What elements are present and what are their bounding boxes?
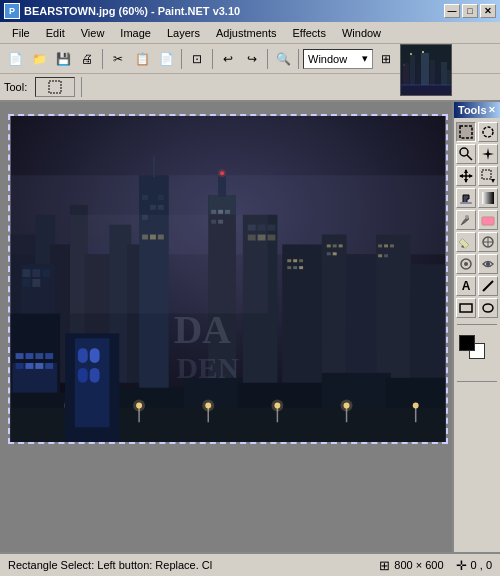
foreground-color-swatch[interactable] xyxy=(459,335,475,351)
tool-color-picker[interactable] xyxy=(478,232,498,252)
image-thumbnail xyxy=(400,44,452,96)
zoom-out-button[interactable]: 🔍 xyxy=(272,48,294,70)
svg-rect-46 xyxy=(142,205,148,210)
canvas-area[interactable]: DA DEN xyxy=(0,102,452,552)
menu-file[interactable]: File xyxy=(4,25,38,41)
svg-rect-9 xyxy=(447,70,452,85)
svg-rect-38 xyxy=(25,363,33,369)
toolbar-sep-3 xyxy=(212,49,213,69)
svg-rect-126 xyxy=(460,126,472,138)
svg-rect-104 xyxy=(287,266,291,269)
menu-window[interactable]: Window xyxy=(334,25,389,41)
svg-line-151 xyxy=(483,281,493,291)
svg-rect-33 xyxy=(16,353,24,359)
tool-paint-bucket[interactable] xyxy=(456,188,476,208)
svg-point-12 xyxy=(404,65,405,66)
svg-rect-120 xyxy=(90,348,100,363)
tool-pencil[interactable] xyxy=(456,232,476,252)
svg-rect-67 xyxy=(268,225,276,231)
status-text: Rectangle Select: Left button: Replace. … xyxy=(8,559,212,571)
tool-zoom[interactable] xyxy=(456,144,476,164)
close-button[interactable]: ✕ xyxy=(480,4,496,18)
svg-rect-7 xyxy=(436,67,440,85)
open-button[interactable]: 📁 xyxy=(28,48,50,70)
tool-move-selection[interactable] xyxy=(478,166,498,186)
paste-button[interactable]: 📄 xyxy=(155,48,177,70)
tool-rectangle-select[interactable] xyxy=(456,122,476,142)
image-dimensions: 800 × 600 xyxy=(394,559,443,571)
svg-point-95 xyxy=(271,400,283,412)
tool-eraser[interactable] xyxy=(478,210,498,230)
svg-rect-3 xyxy=(410,55,415,85)
menu-bar: File Edit View Image Layers Adjustments … xyxy=(0,22,500,44)
svg-rect-152 xyxy=(460,304,472,312)
tools-separator-2 xyxy=(457,381,497,382)
svg-rect-109 xyxy=(339,244,343,247)
cut-button[interactable]: ✂ xyxy=(107,48,129,70)
svg-rect-142 xyxy=(482,217,494,225)
tool-selection-shapes[interactable] xyxy=(478,298,498,318)
canvas-container: DA DEN xyxy=(8,114,448,444)
svg-point-58 xyxy=(218,169,226,177)
tool-mode-selector[interactable] xyxy=(35,77,75,97)
tool-recolor[interactable] xyxy=(478,254,498,274)
svg-marker-138 xyxy=(491,179,495,183)
new-button[interactable]: 📄 xyxy=(4,48,26,70)
tool-magic-wand[interactable] xyxy=(478,144,498,164)
minimize-button[interactable]: — xyxy=(444,4,460,18)
tool-lasso-select[interactable] xyxy=(478,122,498,142)
tool-text[interactable]: A xyxy=(456,276,476,296)
svg-point-149 xyxy=(464,262,468,266)
svg-rect-39 xyxy=(35,363,43,369)
menu-effects[interactable]: Effects xyxy=(285,25,334,41)
tool-shapes[interactable] xyxy=(456,298,476,318)
tool-bar-sep xyxy=(81,77,82,97)
svg-marker-133 xyxy=(464,169,468,173)
svg-rect-114 xyxy=(390,244,394,247)
tool-line[interactable] xyxy=(478,276,498,296)
save-button[interactable]: 💾 xyxy=(52,48,74,70)
svg-point-98 xyxy=(341,400,353,412)
tool-clone-stamp[interactable] xyxy=(456,254,476,274)
maximize-button[interactable]: □ xyxy=(462,4,478,18)
undo-button[interactable]: ↩ xyxy=(217,48,239,70)
svg-rect-2 xyxy=(403,63,409,85)
svg-rect-105 xyxy=(293,266,297,269)
colors-area xyxy=(455,331,499,375)
svg-rect-14 xyxy=(49,81,61,93)
window-dropdown[interactable]: Window ▾ xyxy=(303,49,373,69)
menu-image[interactable]: Image xyxy=(112,25,159,41)
toolbar-sep-4 xyxy=(267,49,268,69)
status-right: ⊞ 800 × 600 ✛ 0 , 0 xyxy=(379,558,492,573)
rectangle-select-icon xyxy=(48,80,62,94)
svg-rect-44 xyxy=(150,195,156,200)
tool-move[interactable] xyxy=(456,166,476,186)
svg-marker-134 xyxy=(464,179,468,183)
tool-gradient[interactable] xyxy=(478,188,498,208)
tools-close-icon[interactable]: ✕ xyxy=(488,105,496,115)
svg-rect-4 xyxy=(416,65,420,85)
menu-edit[interactable]: Edit xyxy=(38,25,73,41)
svg-rect-111 xyxy=(333,252,337,255)
deselect-button[interactable]: ⊡ xyxy=(186,48,208,70)
svg-point-128 xyxy=(460,148,468,156)
menu-adjustments[interactable]: Adjustments xyxy=(208,25,285,41)
title-bar: P BEARSTOWN.jpg (60%) - Paint.NET v3.10 … xyxy=(0,0,500,22)
svg-rect-36 xyxy=(45,353,53,359)
menu-view[interactable]: View xyxy=(73,25,113,41)
svg-rect-61 xyxy=(225,210,230,214)
copy-button[interactable]: 📋 xyxy=(131,48,153,70)
redo-button[interactable]: ↪ xyxy=(241,48,263,70)
size-icon: ⊞ xyxy=(379,558,390,573)
canvas-image: DA DEN xyxy=(10,116,446,442)
svg-rect-143 xyxy=(459,238,469,248)
svg-rect-106 xyxy=(299,266,303,269)
svg-rect-115 xyxy=(378,254,382,257)
svg-point-127 xyxy=(483,127,493,137)
svg-point-150 xyxy=(486,262,490,266)
print-button[interactable]: 🖨 xyxy=(76,48,98,70)
menu-layers[interactable]: Layers xyxy=(159,25,208,41)
svg-rect-123 xyxy=(70,215,268,314)
toolbar-extra1[interactable]: ⊞ xyxy=(375,48,397,70)
tool-paintbrush[interactable] xyxy=(456,210,476,230)
